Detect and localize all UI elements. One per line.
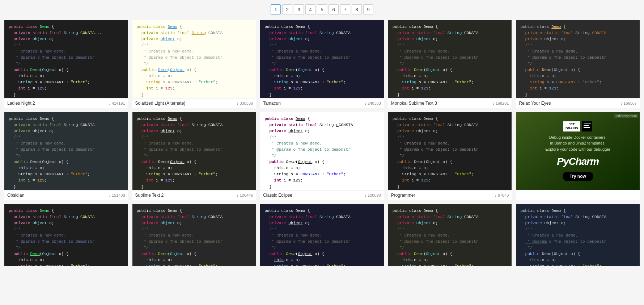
page-2[interactable]: 2: [282, 4, 292, 14]
theme-name-monokai: Monokai Sublime Text 3: [391, 101, 437, 106]
page-7[interactable]: 7: [340, 4, 350, 14]
ad-headline: Debug inside Docker containers,in Django…: [545, 134, 610, 152]
theme-card-tamacun[interactable]: public class Demo { private static final…: [260, 20, 384, 108]
theme-downloads-programmer: ↓67843: [495, 193, 509, 197]
theme-downloads-tamacun: ↓240383: [365, 101, 381, 105]
theme-name-ladies-night-2: Ladies Night 2: [7, 101, 35, 106]
theme-name-programmer: Programmer: [391, 193, 415, 198]
theme-name-tamacun: Tamacun: [263, 101, 281, 106]
jetbrains-logo: JETBRAINS: [563, 121, 580, 131]
svg-rect-2: [584, 127, 590, 128]
pagination: 1 2 3 4 5 6 7 8 9: [0, 0, 644, 20]
theme-downloads-relax: ↓166567: [620, 101, 637, 105]
page-9[interactable]: 9: [363, 4, 373, 14]
page-6[interactable]: 6: [329, 4, 339, 14]
theme-card-row3-3[interactable]: public class Demo { private static final…: [260, 204, 384, 266]
theme-card-classic-eclipse[interactable]: public class Demo { private static final…: [260, 112, 384, 200]
theme-name-sublime2: Sublime Text 2: [135, 193, 164, 198]
page-5[interactable]: 5: [317, 4, 327, 14]
theme-card-row3-4[interactable]: public class Demo { private static final…: [388, 204, 512, 266]
theme-card-obsidian[interactable]: public class Demo { private static final…: [4, 112, 128, 200]
theme-downloads-obsidian: ↓151488: [109, 193, 125, 197]
theme-card-solarized-light[interactable]: public class Demo { private static final…: [132, 20, 256, 108]
theme-downloads-sublime2: ↓108446: [237, 193, 253, 197]
theme-name-solarized: Solarized Light (Alternate): [135, 101, 186, 106]
theme-card-row3-2[interactable]: public class Demo { private static final…: [132, 204, 256, 266]
page-8[interactable]: 8: [352, 4, 362, 14]
product-name: PyCharm: [557, 156, 599, 167]
svg-rect-0: [584, 124, 591, 124]
theme-card-ladies-night-2[interactable]: public class Demo { private static final…: [4, 20, 128, 108]
theme-card-row3-1[interactable]: public class Demo { private static final…: [4, 204, 128, 266]
theme-card-monokai[interactable]: public class Demo { private static final…: [388, 20, 512, 108]
theme-name-eclipse: Classic Eclipse: [263, 193, 292, 198]
theme-downloads-ladies-night-2: ↓414191: [109, 101, 125, 105]
theme-downloads-solarized: ↓338536: [237, 101, 253, 105]
theme-name-obsidian: Obsidian: [7, 193, 24, 198]
page-4[interactable]: 4: [305, 4, 315, 14]
theme-name-relax: Relax Your Eyes: [519, 101, 551, 106]
theme-downloads-eclipse: ↓100890: [365, 193, 381, 197]
jetbrains-icon: [582, 121, 592, 131]
svg-rect-1: [584, 125, 589, 126]
theme-card-row3-5[interactable]: public class Demo { private static final…: [516, 204, 640, 266]
ad-card: Advertisement JETBRAINS Debug inside Doc…: [516, 112, 640, 200]
theme-downloads-monokai: ↓168201: [492, 101, 509, 105]
theme-card-relax-your-eyes[interactable]: public class Demo { private static final…: [516, 20, 640, 108]
try-now-button[interactable]: Try now: [563, 172, 593, 181]
theme-grid: public class Demo { private static final…: [0, 20, 644, 270]
theme-card-sublime-text-2[interactable]: public class Demo { private static final…: [132, 112, 256, 200]
ad-badge: Advertisement: [614, 114, 638, 118]
page-1[interactable]: 1: [271, 4, 281, 14]
page-3[interactable]: 3: [294, 4, 304, 14]
theme-card-programmer[interactable]: public class Demo { private static final…: [388, 112, 512, 200]
